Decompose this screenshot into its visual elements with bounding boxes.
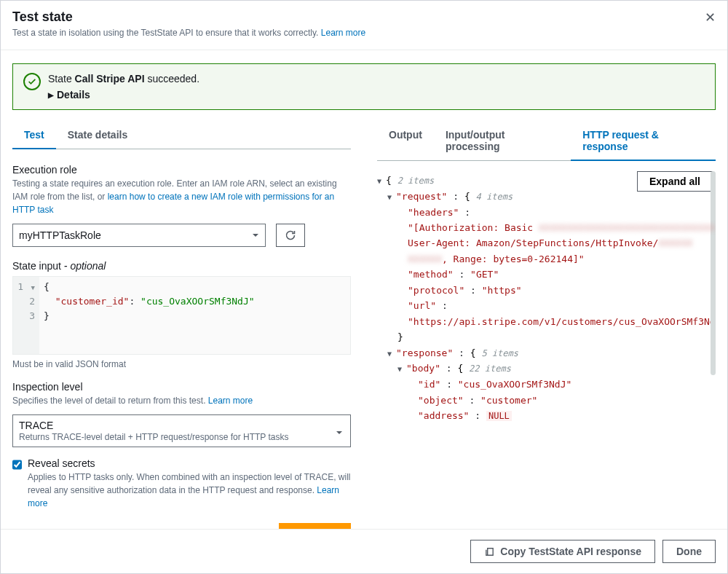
json-hint: Must be in valid JSON format bbox=[12, 359, 351, 369]
scrollbar[interactable] bbox=[711, 171, 716, 375]
tab-http-request-response[interactable]: HTTP request & response bbox=[571, 122, 716, 161]
copy-response-button[interactable]: Copy TestState API response bbox=[470, 540, 655, 563]
refresh-button[interactable] bbox=[276, 224, 305, 247]
copy-icon bbox=[484, 546, 495, 557]
tab-state-details[interactable]: State details bbox=[56, 122, 139, 149]
tab-input-output-processing[interactable]: Input/output processing bbox=[434, 122, 571, 161]
alert-title: State Call Stripe API succeeded. bbox=[48, 73, 705, 84]
expand-all-button[interactable]: Expand all bbox=[637, 171, 713, 192]
execution-role-label: Execution role bbox=[12, 164, 351, 176]
tab-output[interactable]: Output bbox=[377, 122, 434, 161]
reveal-secrets-help: Applies to HTTP tasks only. When combine… bbox=[28, 471, 351, 511]
execution-role-select[interactable] bbox=[12, 224, 266, 247]
execution-role-help: Testing a state requires an execution ro… bbox=[12, 177, 351, 218]
right-tabs: Output Input/output processing HTTP requ… bbox=[377, 122, 716, 161]
state-input-label: State input - optional bbox=[12, 260, 351, 272]
inspection-help: Specifies the level of detail to return … bbox=[12, 394, 351, 409]
caret-right-icon: ▶ bbox=[48, 91, 54, 99]
json-tree: ▼{ 2 items ▼"request" : { 4 items "heade… bbox=[377, 173, 716, 424]
dialog-title: Test state bbox=[12, 9, 716, 25]
reveal-secrets-checkbox[interactable] bbox=[12, 460, 22, 470]
success-icon bbox=[23, 73, 41, 90]
reveal-secrets-label: Reveal secrets bbox=[28, 457, 351, 469]
tab-test[interactable]: Test bbox=[12, 122, 56, 149]
collapse-icon[interactable]: ▼ bbox=[397, 363, 405, 376]
dialog-subtitle: Test a state in isolation using the Test… bbox=[12, 28, 716, 39]
success-alert: State Call Stripe API succeeded. ▶ Detai… bbox=[12, 63, 716, 110]
collapse-icon[interactable]: ▼ bbox=[387, 192, 395, 204]
learn-more-link[interactable]: Learn more bbox=[321, 28, 370, 38]
collapse-icon[interactable]: ▼ bbox=[377, 176, 384, 188]
inspection-learn-more-link[interactable]: Learn more bbox=[208, 396, 257, 406]
subtitle-text: Test a state in isolation using the Test… bbox=[12, 28, 321, 38]
inspection-level-select[interactable]: TRACE Returns TRACE-level detail + HTTP … bbox=[12, 414, 351, 447]
dialog-footer: Copy TestState API response Done bbox=[1, 529, 727, 573]
left-tabs: Test State details bbox=[12, 122, 351, 149]
refresh-icon bbox=[285, 229, 296, 241]
collapse-icon[interactable]: ▼ bbox=[387, 348, 395, 361]
done-button[interactable]: Done bbox=[662, 540, 716, 563]
inspection-label: Inspection level bbox=[12, 381, 351, 393]
alert-details-toggle[interactable]: ▶ Details bbox=[48, 89, 705, 101]
close-button[interactable]: ✕ bbox=[703, 9, 717, 24]
dialog-header: Test state Test a state in isolation usi… bbox=[1, 1, 727, 50]
start-test-button[interactable]: Start test bbox=[279, 523, 351, 529]
state-input-editor[interactable]: 1 ▼ 2 3 { "customer_id": "cus_OvaXOOrSMf… bbox=[12, 276, 351, 355]
